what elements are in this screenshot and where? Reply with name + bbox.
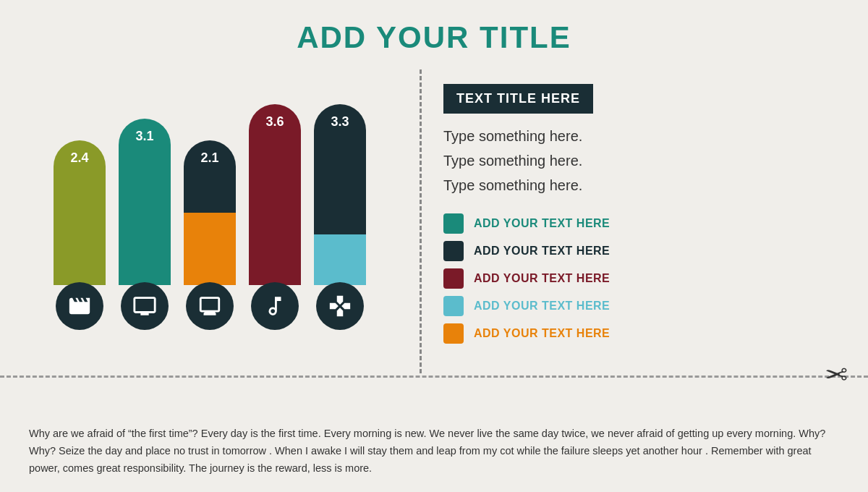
legend-item-5: ADD YOUR TEXT HERE	[443, 323, 846, 344]
legend-label-1: ADD YOUR TEXT HERE	[474, 217, 610, 230]
legend-color-5	[443, 323, 464, 344]
desc-line-2: Type something here.	[443, 148, 846, 173]
bottom-text: Why are we afraid of “the first time”? E…	[29, 425, 839, 478]
bar-1: 2.4	[54, 140, 106, 330]
bar-3-value: 2.1	[200, 140, 218, 166]
gamepad-icon	[316, 282, 364, 330]
film-icon	[56, 282, 103, 330]
music-icon	[251, 282, 299, 330]
chart-area: 2.4 3.1 2.1	[0, 69, 420, 373]
content-area: 2.4 3.1 2.1	[0, 69, 868, 373]
legend-item-3: ADD YOUR TEXT HERE	[443, 268, 846, 289]
legend-item-4: ADD YOUR TEXT HERE	[443, 296, 846, 316]
legend-label-2: ADD YOUR TEXT HERE	[474, 245, 610, 258]
bar-2: 3.1	[119, 119, 171, 330]
legend-color-4	[443, 296, 464, 316]
bar-2-value: 3.1	[135, 119, 153, 144]
legend-color-2	[443, 241, 464, 261]
desc-line-1: Type something here.	[443, 124, 846, 148]
bar-3: 2.1	[184, 140, 236, 330]
tv-icon	[121, 282, 169, 330]
bar-4: 3.6	[249, 104, 301, 330]
horizontal-divider	[0, 376, 868, 378]
legend-label-4: ADD YOUR TEXT HERE	[474, 300, 610, 313]
legend-label-3: ADD YOUR TEXT HERE	[474, 272, 610, 285]
description: Type something here. Type something here…	[443, 124, 846, 198]
bar-1-value: 2.4	[70, 140, 88, 166]
legend-item-2: ADD YOUR TEXT HERE	[443, 241, 846, 261]
page-title: ADD YOUR TITLE	[0, 0, 868, 55]
bar-4-value: 3.6	[265, 104, 284, 130]
legend-item-1: ADD YOUR TEXT HERE	[443, 213, 846, 234]
right-area: TEXT TITLE HERE Type something here. Typ…	[422, 69, 868, 373]
scissors-icon: ✂	[825, 359, 848, 391]
legend-color-3	[443, 268, 464, 289]
bar-5: 3.3	[314, 104, 366, 330]
text-title: TEXT TITLE HERE	[443, 84, 593, 114]
desc-line-3: Type something here.	[443, 173, 846, 198]
bar-5-value: 3.3	[331, 104, 349, 130]
legend-color-1	[443, 213, 464, 234]
legend-label-5: ADD YOUR TEXT HERE	[474, 327, 610, 340]
monitor-icon	[186, 282, 234, 330]
